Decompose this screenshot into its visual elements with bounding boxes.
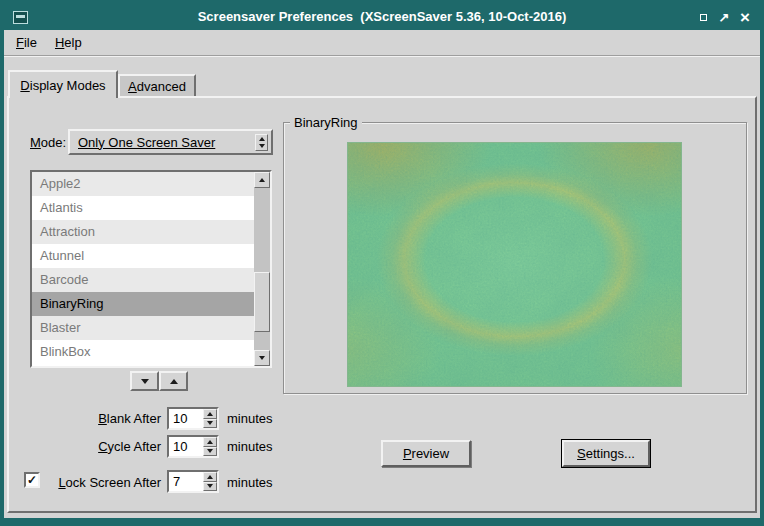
menubar: File Help: [4, 30, 760, 56]
window-title: Screensaver Preferences (XScreenSaver 5.…: [4, 9, 760, 24]
list-previous-button[interactable]: [159, 371, 188, 391]
checkbox-check-icon: ✓: [27, 473, 37, 487]
saver-list-item[interactable]: Attraction: [32, 220, 254, 244]
close-icon: ×: [740, 9, 750, 26]
minimize-icon: [700, 14, 707, 21]
lock-after-spinbox: 7: [167, 470, 219, 493]
cycle-after-decrement-button[interactable]: [203, 447, 217, 457]
spin-down-icon: [207, 421, 213, 425]
menu-file[interactable]: File: [7, 30, 46, 55]
spin-up-icon: [207, 412, 213, 416]
spin-down-icon: [207, 484, 213, 488]
spin-up-icon: [207, 475, 213, 479]
settings-button[interactable]: Settings...: [562, 440, 650, 467]
cycle-after-increment-button[interactable]: [203, 437, 217, 447]
scroll-up-icon: [259, 178, 265, 182]
blank-after-increment-button[interactable]: [203, 409, 217, 419]
lock-after-steppers: [203, 472, 217, 491]
mode-dropdown-value: Only One Screen Saver: [70, 135, 255, 150]
minimize-button[interactable]: [694, 8, 712, 26]
lock-after-unit-label: minutes: [227, 475, 273, 490]
maximize-icon: ↗: [719, 11, 730, 24]
cycle-after-spinbox: 10: [167, 435, 219, 458]
cycle-after-input[interactable]: 10: [169, 437, 203, 456]
screensaver-list-rows: Apple2AtlantisAttractionAtunnelBarcodeBi…: [32, 172, 254, 366]
scroll-down-icon: [259, 356, 265, 360]
screensaver-preview-image: [347, 142, 682, 387]
lock-after-increment-button[interactable]: [203, 472, 217, 482]
scroll-up-button[interactable]: [254, 172, 270, 188]
list-next-button[interactable]: [130, 371, 159, 391]
dropdown-up-icon: [259, 137, 265, 141]
saver-list-item[interactable]: BlinkBox: [32, 340, 254, 364]
scrollbar-thumb[interactable]: [254, 272, 270, 332]
saver-list-item[interactable]: BinaryRing: [32, 292, 254, 316]
saver-list-item[interactable]: Atunnel: [32, 244, 254, 268]
saver-list-item[interactable]: Blaster: [32, 316, 254, 340]
move-up-icon: [170, 379, 178, 384]
lock-screen-label: Lock Screen After: [45, 475, 161, 490]
spin-up-icon: [207, 440, 213, 444]
blank-after-label: Blank After: [30, 411, 161, 426]
blank-after-decrement-button[interactable]: [203, 419, 217, 429]
lock-after-input[interactable]: 7: [169, 472, 203, 491]
dropdown-down-icon: [259, 144, 265, 148]
saver-list-item[interactable]: Barcode: [32, 268, 254, 292]
preview-button[interactable]: Preview: [381, 440, 471, 467]
window-body: File Help Display Modes Advanced Mode: O…: [4, 30, 760, 518]
saver-list-item[interactable]: Atlantis: [32, 196, 254, 220]
scroll-down-button[interactable]: [254, 350, 270, 366]
close-button[interactable]: ×: [736, 8, 754, 26]
menu-help[interactable]: Help: [46, 30, 91, 55]
cycle-after-steppers: [203, 437, 217, 456]
maximize-button[interactable]: ↗: [715, 8, 733, 26]
saver-list-item[interactable]: Apple2: [32, 172, 254, 196]
dropdown-indicator-icon: [255, 134, 268, 151]
tab-display-modes[interactable]: Display Modes: [8, 70, 118, 98]
lock-screen-checkbox[interactable]: ✓: [24, 472, 40, 488]
screensaver-list: Apple2AtlantisAttractionAtunnelBarcodeBi…: [30, 170, 272, 368]
blank-after-spinbox: 10: [167, 407, 219, 430]
cycle-after-label: Cycle After: [30, 439, 161, 454]
titlebar[interactable]: Screensaver Preferences (XScreenSaver 5.…: [4, 4, 760, 30]
move-down-icon: [141, 379, 149, 384]
window-controls: ↗ ×: [694, 8, 754, 26]
mode-label: Mode:: [30, 135, 66, 150]
cycle-after-unit-label: minutes: [227, 439, 273, 454]
spin-down-icon: [207, 449, 213, 453]
xscreensaver-window: Screensaver Preferences (XScreenSaver 5.…: [0, 0, 764, 526]
mode-dropdown[interactable]: Only One Screen Saver: [68, 129, 273, 155]
preview-frame-label: BinaryRing: [290, 115, 362, 130]
list-scrollbar[interactable]: [254, 172, 270, 366]
blank-after-steppers: [203, 409, 217, 428]
blank-after-input[interactable]: 10: [169, 409, 203, 428]
lock-after-decrement-button[interactable]: [203, 482, 217, 492]
blank-after-unit-label: minutes: [227, 411, 273, 426]
tab-advanced[interactable]: Advanced: [118, 74, 196, 96]
